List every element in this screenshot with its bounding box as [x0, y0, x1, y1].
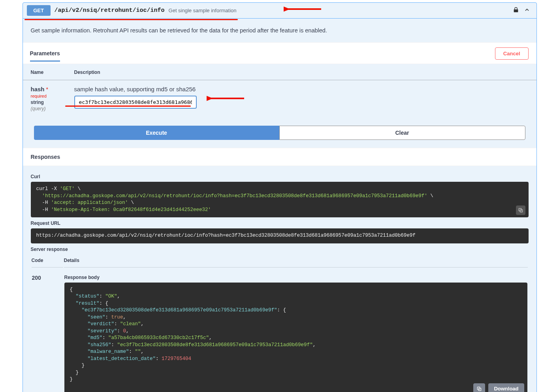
parameters-tab-row: Parameters Cancel	[23, 42, 536, 64]
required-star: *	[46, 86, 48, 92]
parameters-table: Name Description hash * required string …	[23, 64, 536, 119]
curl-section: Curl curl -X 'GET' \ 'https://achadha.go…	[23, 166, 536, 392]
parameter-row-hash: hash * required string (query) sample ha…	[23, 80, 536, 120]
required-label: required	[31, 94, 47, 98]
response-code: 200	[32, 268, 63, 392]
hash-input[interactable]	[74, 96, 197, 109]
request-url-codebox: https://achadha.goskope.com/api/v2/nsiq/…	[31, 228, 529, 243]
param-location: (query)	[31, 106, 46, 111]
action-button-row: Execute Clear	[23, 119, 536, 148]
operation-description: Get sample information. Retrohunt API re…	[23, 19, 536, 42]
tab-parameters[interactable]: Parameters	[30, 50, 60, 62]
param-type: string	[31, 100, 58, 105]
param-description: sample hash value, supporting md5 or sha…	[74, 86, 529, 92]
curl-label: Curl	[31, 174, 529, 179]
download-button[interactable]: Download	[488, 383, 524, 392]
lock-icon[interactable]	[513, 7, 519, 14]
column-header-details: Details	[64, 255, 528, 268]
response-row-200: 200 Response body { "status": "OK", "res…	[32, 268, 528, 392]
execute-button[interactable]: Execute	[34, 126, 279, 140]
server-response-label: Server response	[31, 247, 529, 252]
cancel-button[interactable]: Cancel	[495, 47, 529, 60]
column-header-code: Code	[32, 255, 63, 268]
clear-button[interactable]: Clear	[279, 126, 525, 140]
column-header-description: Description	[66, 64, 536, 80]
request-url-label: Request URL	[31, 220, 529, 226]
operation-header[interactable]: GET /api/v2/nsiq/retrohunt/ioc/info Get …	[23, 3, 536, 19]
copy-response-icon[interactable]	[473, 383, 485, 392]
response-body-codebox: { "status": "OK", "result": { "ec3f7bc13…	[64, 283, 527, 392]
http-method-badge: GET	[27, 5, 51, 16]
curl-codebox: curl -X 'GET' \ 'https://achadha.goskope…	[31, 182, 529, 217]
curl-line: curl -X 'GET' \ 'https://achadha.goskope…	[36, 186, 433, 213]
response-actions: Download	[473, 383, 524, 392]
annotation-underline-2	[65, 106, 191, 107]
api-operation-block: GET /api/v2/nsiq/retrohunt/ioc/info Get …	[23, 2, 537, 392]
response-body-label: Response body	[64, 275, 527, 280]
endpoint-summary: Get single sample information	[169, 8, 508, 13]
chevron-up-icon[interactable]	[524, 7, 530, 14]
request-url-text: https://achadha.goskope.com/api/v2/nsiq/…	[36, 233, 416, 238]
response-table: Code Details 200 Response body { "status…	[31, 254, 529, 392]
annotation-underline-1	[24, 19, 238, 20]
annotation-arrow-2	[207, 94, 246, 103]
endpoint-path: /api/v2/nsiq/retrohunt/ioc/info	[55, 7, 165, 14]
column-header-name: Name	[23, 64, 66, 80]
tab-parameters-label: Parameters	[30, 50, 60, 57]
param-name: hash	[31, 86, 45, 92]
responses-heading: Responses	[23, 148, 536, 166]
copy-icon[interactable]	[516, 205, 525, 215]
